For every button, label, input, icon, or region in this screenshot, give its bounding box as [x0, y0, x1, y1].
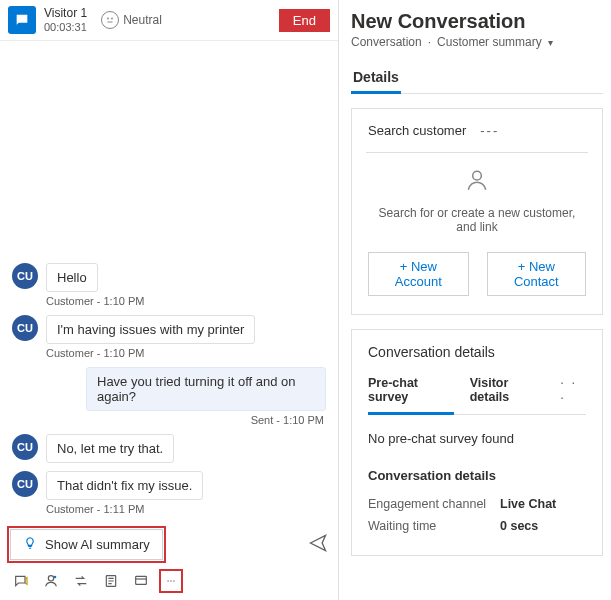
ai-summary-label: Show AI summary	[45, 537, 150, 552]
svg-point-9	[173, 580, 174, 581]
message-meta: Sent - 1:10 PM	[12, 414, 324, 426]
no-prechat-text: No pre-chat survey found	[368, 431, 586, 446]
person-icon	[464, 167, 490, 196]
notes-icon[interactable]	[102, 572, 120, 590]
side-panel: New Conversation Conversation · Customer…	[339, 0, 611, 600]
sentiment-label: Neutral	[123, 13, 162, 27]
search-customer-row[interactable]: Search customer ---	[368, 123, 586, 138]
waiting-time-value: 0 secs	[500, 519, 538, 533]
tab-details[interactable]: Details	[351, 63, 401, 93]
message-bubble: No, let me try that.	[46, 434, 174, 463]
customer-empty-text: Search for or create a new customer, and…	[372, 206, 582, 234]
conversation-subtabs: Pre-chat survey Visitor details . . .	[368, 370, 586, 415]
message-bubble: I'm having issues with my printer	[46, 315, 255, 344]
crumb-customer-summary[interactable]: Customer summary	[437, 35, 542, 49]
engagement-channel-label: Engagement channel	[368, 497, 500, 511]
message-row: CU That didn't fix my issue.	[12, 471, 326, 500]
message-bubble: Have you tried turning it off and on aga…	[86, 367, 326, 411]
show-ai-summary-button[interactable]: Show AI summary	[10, 529, 163, 560]
customer-avatar: CU	[12, 471, 38, 497]
customer-avatar: CU	[12, 315, 38, 341]
conversation-details-title: Conversation details	[368, 344, 586, 360]
message-row: CU Hello	[12, 263, 326, 292]
customer-avatar: CU	[12, 263, 38, 289]
crumb-conversation[interactable]: Conversation	[351, 35, 422, 49]
svg-point-0	[107, 18, 109, 20]
new-account-button[interactable]: + New Account	[368, 252, 469, 296]
chevron-down-icon[interactable]: ▾	[548, 37, 553, 48]
svg-point-4	[54, 576, 57, 579]
svg-point-1	[111, 18, 113, 20]
kv-row: Waiting time 0 secs	[368, 515, 586, 537]
subtab-visitor-details[interactable]: Visitor details	[470, 370, 545, 414]
subtab-prechat[interactable]: Pre-chat survey	[368, 370, 454, 414]
knowledge-icon[interactable]	[132, 572, 150, 590]
tools-row	[0, 568, 338, 600]
customer-avatar: CU	[12, 434, 38, 460]
customer-card: Search customer --- Search for or create…	[351, 108, 603, 315]
visitor-info: Visitor 1 00:03:31	[44, 6, 87, 34]
visitor-avatar	[8, 6, 36, 34]
messages-scroll[interactable]: CU Hello Customer - 1:10 PM CU I'm havin…	[0, 41, 338, 521]
message-meta: Customer - 1:11 PM	[46, 503, 326, 515]
message-meta: Customer - 1:10 PM	[46, 347, 326, 359]
quick-reply-icon[interactable]	[12, 572, 30, 590]
neutral-face-icon	[101, 11, 119, 29]
crumb-separator: ·	[428, 35, 431, 49]
new-contact-button[interactable]: + New Contact	[487, 252, 586, 296]
end-button[interactable]: End	[279, 9, 330, 32]
customer-create-buttons: + New Account + New Contact	[368, 252, 586, 296]
search-customer-label: Search customer	[368, 123, 466, 138]
compose-row: Show AI summary	[0, 521, 338, 568]
lightbulb-icon	[23, 536, 37, 553]
conversation-details-card: Conversation details Pre-chat survey Vis…	[351, 329, 603, 556]
chat-bubble-icon	[14, 12, 30, 28]
chat-header: Visitor 1 00:03:31 Neutral End	[0, 0, 338, 41]
message-bubble: That didn't fix my issue.	[46, 471, 203, 500]
subtab-more-button[interactable]: . . .	[560, 372, 586, 412]
chat-panel: Visitor 1 00:03:31 Neutral End CU Hello …	[0, 0, 339, 600]
side-tabs: Details	[351, 63, 603, 94]
breadcrumb: Conversation · Customer summary ▾	[351, 35, 603, 49]
svg-point-3	[48, 576, 53, 581]
svg-rect-6	[136, 576, 147, 584]
waiting-time-label: Waiting time	[368, 519, 500, 533]
send-icon[interactable]	[308, 533, 328, 556]
svg-point-10	[473, 171, 482, 180]
page-title: New Conversation	[351, 10, 603, 33]
sentiment-indicator: Neutral	[101, 11, 162, 29]
conversation-details-section: Conversation details	[368, 468, 586, 483]
kv-row: Engagement channel Live Chat	[368, 493, 586, 515]
search-customer-value: ---	[480, 123, 499, 138]
more-tools-button[interactable]	[162, 572, 180, 590]
message-row: CU No, let me try that.	[12, 434, 326, 463]
engagement-channel-value: Live Chat	[500, 497, 556, 511]
customer-empty-state: Search for or create a new customer, and…	[368, 153, 586, 238]
message-meta: Customer - 1:10 PM	[46, 295, 326, 307]
message-row: CU I'm having issues with my printer	[12, 315, 326, 344]
message-bubble: Hello	[46, 263, 98, 292]
message-row: Have you tried turning it off and on aga…	[12, 367, 326, 411]
svg-point-8	[170, 580, 171, 581]
consult-icon[interactable]	[42, 572, 60, 590]
svg-point-7	[167, 580, 168, 581]
visitor-timer: 00:03:31	[44, 21, 87, 34]
transfer-icon[interactable]	[72, 572, 90, 590]
visitor-name: Visitor 1	[44, 6, 87, 20]
